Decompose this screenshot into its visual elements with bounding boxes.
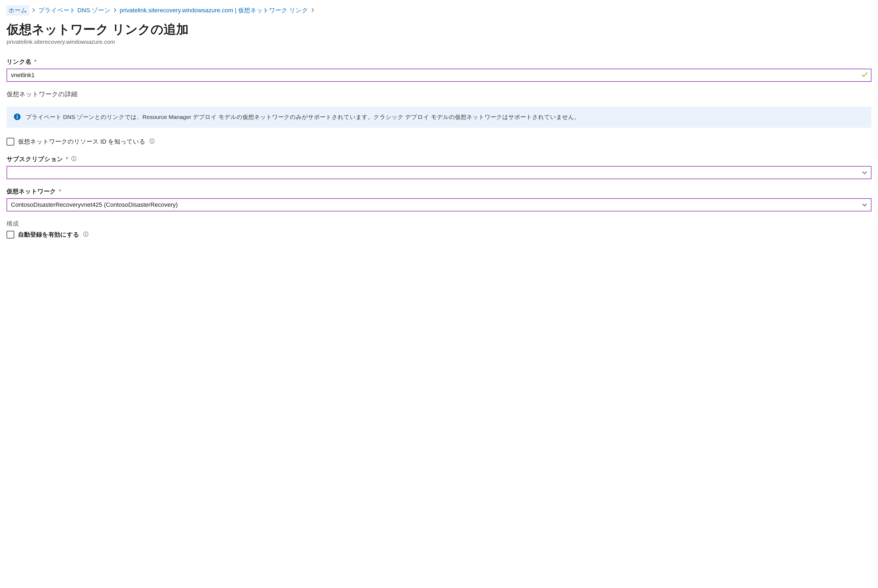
auto-registration-label: 自動登録を有効にする (18, 231, 79, 239)
svg-point-10 (85, 232, 86, 233)
svg-rect-5 (152, 141, 152, 142)
subscription-select[interactable] (7, 166, 871, 179)
subscription-label: サブスクリプション (7, 155, 63, 163)
chevron-right-icon (32, 8, 35, 14)
required-indicator: * (59, 188, 61, 195)
chevron-right-icon (114, 8, 117, 14)
field-virtual-network: 仮想ネットワーク * ContosoDisasterRecoveryvnet42… (7, 188, 871, 212)
know-resource-id-row: 仮想ネットワークのリソース ID を知っている (7, 138, 871, 146)
virtual-network-select[interactable]: ContosoDisasterRecoveryvnet425 (ContosoD… (7, 198, 871, 212)
field-subscription: サブスクリプション * (7, 155, 871, 179)
svg-point-4 (152, 140, 153, 140)
svg-rect-8 (73, 158, 74, 160)
info-text: プライベート DNS ゾーンとのリンクでは、Resource Manager デ… (26, 112, 580, 122)
link-name-label: リンク名 (7, 58, 31, 66)
required-indicator: * (66, 156, 68, 163)
know-resource-id-checkbox[interactable] (7, 138, 14, 146)
know-resource-id-label: 仮想ネットワークのリソース ID を知っている (18, 138, 145, 146)
svg-point-2 (16, 115, 18, 116)
svg-point-7 (73, 157, 74, 158)
svg-rect-1 (16, 116, 18, 119)
required-indicator: * (34, 58, 37, 65)
configuration-heading: 構成 (7, 220, 871, 228)
info-icon[interactable] (71, 156, 76, 163)
info-callout: プライベート DNS ゾーンとのリンクでは、Resource Manager デ… (7, 106, 871, 128)
breadcrumb: ホーム プライベート DNS ゾーン privatelink.siterecov… (7, 6, 871, 15)
page-title: 仮想ネットワーク リンクの追加 (7, 22, 871, 37)
breadcrumb-dns-zones[interactable]: プライベート DNS ゾーン (38, 6, 111, 15)
page-subtitle: privatelink.siterecovery.windowsazure.co… (7, 39, 871, 45)
auto-registration-row: 自動登録を有効にする (7, 231, 871, 239)
info-icon[interactable] (83, 231, 88, 238)
field-link-name: リンク名 * (7, 58, 871, 82)
chevron-right-icon (312, 8, 314, 14)
link-name-input[interactable] (7, 69, 871, 82)
vnet-details-heading: 仮想ネットワークの詳細 (7, 90, 871, 99)
info-icon[interactable] (149, 138, 155, 145)
auto-registration-checkbox[interactable] (7, 231, 14, 238)
breadcrumb-home[interactable]: ホーム (7, 6, 29, 15)
info-icon (13, 113, 21, 122)
svg-rect-11 (85, 234, 86, 235)
breadcrumb-zone-detail[interactable]: privatelink.siterecovery.windowsazure.co… (120, 6, 308, 15)
virtual-network-label: 仮想ネットワーク (7, 188, 56, 195)
